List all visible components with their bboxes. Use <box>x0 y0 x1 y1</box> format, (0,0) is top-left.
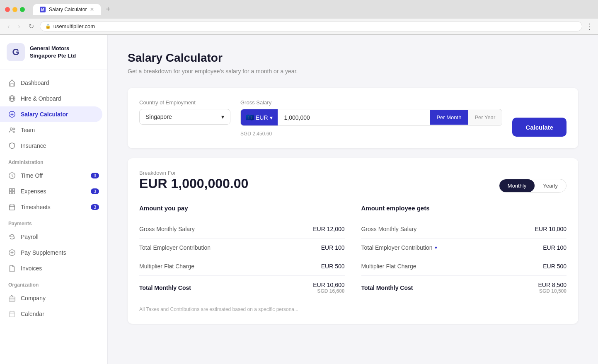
expenses-badge: 3 <box>91 188 99 194</box>
refresh-icon <box>8 233 16 241</box>
svg-rect-10 <box>12 189 15 191</box>
sidebar-item-label: Time Off <box>21 172 43 179</box>
sidebar-item-pay-supplements[interactable]: Pay Supplements <box>0 245 107 260</box>
sidebar-item-label: Payroll <box>21 234 39 240</box>
employee-total-label: Total Monthly Cost <box>361 284 413 291</box>
sidebar-item-label: Team <box>21 127 35 133</box>
browser-toolbar: ‹ › ↻ 🔒 usemultiplier.com ⋮ <box>0 19 598 34</box>
browser-chrome: M Salary Calculator ✕ + ‹ › ↻ 🔒 usemulti… <box>0 0 598 35</box>
company-name: General MotorsSingapore Pte Ltd <box>30 45 76 60</box>
sidebar-item-insurance[interactable]: Insurance <box>0 138 107 154</box>
sidebar-item-label: Insurance <box>21 142 46 149</box>
svg-rect-13 <box>10 205 15 210</box>
country-select[interactable]: Singapore ▾ <box>139 109 230 125</box>
employee-total-subvalue: SGD 10,500 <box>538 288 567 294</box>
employer-contribution-value: EUR 100 <box>321 244 345 251</box>
employer-flat-label: Multiplier Flat Charge <box>139 263 194 270</box>
shield-icon <box>8 142 16 149</box>
breakdown-amount: EUR 1,000,000.00 <box>139 176 248 191</box>
sidebar-item-timesheets[interactable]: Timesheets 3 <box>0 199 107 215</box>
calculate-button[interactable]: Calculate <box>512 118 567 137</box>
employee-flat-label: Multiplier Flat Charge <box>361 263 416 270</box>
svg-rect-22 <box>10 312 15 317</box>
calendar-icon <box>8 203 16 211</box>
main-content: Salary Calculator Get a breakdown for yo… <box>108 35 598 364</box>
sidebar-item-payroll[interactable]: Payroll <box>0 229 107 245</box>
breakdown-columns: Amount you pay Gross Monthly Salary EUR … <box>139 205 567 300</box>
address-bar[interactable]: 🔒 usemultiplier.com <box>40 21 582 31</box>
currency-code: EUR <box>256 114 268 121</box>
country-group: Country of Employment Singapore ▾ <box>139 99 230 125</box>
yearly-view-button[interactable]: Yearly <box>535 179 566 192</box>
form-row: Country of Employment Singapore ▾ Gross … <box>139 99 567 137</box>
app: G General MotorsSingapore Pte Ltd Dashbo… <box>0 35 598 364</box>
svg-point-7 <box>13 128 15 130</box>
sidebar-item-label: Hire & Onboard <box>21 95 61 102</box>
new-tab-button[interactable]: + <box>102 3 114 15</box>
employee-column: Amount employee gets Gross Monthly Salar… <box>361 205 567 300</box>
briefcase-icon <box>8 294 16 302</box>
section-administration: Administration <box>0 154 107 168</box>
users-icon <box>8 126 16 134</box>
breakdown-header: Breakdown For EUR 1,000,000.00 Monthly Y… <box>139 170 567 201</box>
maximize-button[interactable] <box>20 7 25 12</box>
period-toggle: Per Month Per Year <box>430 110 502 125</box>
sidebar-item-company[interactable]: Company <box>0 290 107 306</box>
tab-title: Salary Calculator <box>49 7 87 12</box>
sidebar-item-label: Timesheets <box>21 204 51 210</box>
forward-button[interactable]: › <box>15 22 22 31</box>
svg-rect-12 <box>12 192 15 194</box>
salary-label: Gross Salary <box>240 99 502 106</box>
employer-total-value: EUR 10,600 <box>313 282 344 288</box>
browser-menu-button[interactable]: ⋮ <box>586 22 593 31</box>
employee-contribution-row: Total Employer Contribution ▾ EUR 100 <box>361 239 567 257</box>
employee-gross-label: Gross Monthly Salary <box>361 226 417 232</box>
sidebar-item-hire-onboard[interactable]: Hire & Onboard <box>0 91 107 106</box>
currency-select[interactable]: 🇪🇺 EUR ▾ <box>241 109 278 125</box>
currency-flag: 🇪🇺 <box>246 113 254 121</box>
employer-gross-label: Gross Monthly Salary <box>139 226 195 232</box>
employee-column-title: Amount employee gets <box>361 205 567 212</box>
per-month-button[interactable]: Per Month <box>430 110 468 125</box>
sidebar-item-team[interactable]: Team <box>0 122 107 138</box>
home-icon <box>8 79 16 87</box>
monthly-view-button[interactable]: Monthly <box>499 179 535 192</box>
reload-button[interactable]: ↻ <box>26 22 36 31</box>
lock-icon: 🔒 <box>45 24 51 29</box>
employer-column-title: Amount you pay <box>139 205 345 212</box>
traffic-lights <box>5 7 25 12</box>
employer-total-subvalue: SGD 16,600 <box>313 288 344 294</box>
sidebar-item-time-off[interactable]: Time Off 3 <box>0 168 107 183</box>
breakdown-for-label: Breakdown For EUR 1,000,000.00 <box>139 170 248 201</box>
back-button[interactable]: ‹ <box>5 22 12 31</box>
sidebar-item-salary-calculator[interactable]: Salary Calculator <box>0 106 102 122</box>
employee-total-value: EUR 8,500 <box>538 282 567 288</box>
sidebar-item-dashboard[interactable]: Dashboard <box>0 75 107 91</box>
sidebar: G General MotorsSingapore Pte Ltd Dashbo… <box>0 35 108 364</box>
sidebar-item-label: Salary Calculator <box>21 111 68 118</box>
tab-close-icon[interactable]: ✕ <box>90 7 94 12</box>
sidebar-item-calendar[interactable]: Calendar <box>0 306 107 322</box>
grid-icon <box>8 188 16 195</box>
active-tab[interactable]: M Salary Calculator ✕ <box>33 4 101 15</box>
employee-flat-value: EUR 500 <box>543 263 567 270</box>
breakdown-for-text: Breakdown For <box>139 170 248 176</box>
employer-flat-charge-row: Multiplier Flat Charge EUR 500 <box>139 257 345 276</box>
sidebar-item-expenses[interactable]: Expenses 3 <box>0 183 107 199</box>
employer-contribution-row: Total Employer Contribution EUR 100 <box>139 239 345 257</box>
employee-gross-salary-row: Gross Monthly Salary EUR 10,000 <box>361 220 567 239</box>
sidebar-item-invoices[interactable]: Invoices <box>0 260 107 276</box>
per-year-button[interactable]: Per Year <box>468 110 502 125</box>
salary-input-row: 🇪🇺 EUR ▾ Per Month Per Year <box>240 109 502 126</box>
employer-flat-value: EUR 500 <box>321 263 345 270</box>
close-button[interactable] <box>5 7 10 12</box>
breakdown-card: Breakdown For EUR 1,000,000.00 Monthly Y… <box>128 158 578 324</box>
footnote: All Taxes and Contributions are estimate… <box>139 306 567 312</box>
salary-input[interactable] <box>278 110 430 125</box>
minimize-button[interactable] <box>12 7 17 12</box>
currency-chevron-icon: ▾ <box>270 114 273 121</box>
country-value: Singapore <box>145 113 172 120</box>
sidebar-nav: Dashboard Hire & Onboard Salary Calculat… <box>0 70 107 327</box>
employee-contribution-value: EUR 100 <box>543 244 567 251</box>
expand-icon[interactable]: ▾ <box>435 245 437 251</box>
